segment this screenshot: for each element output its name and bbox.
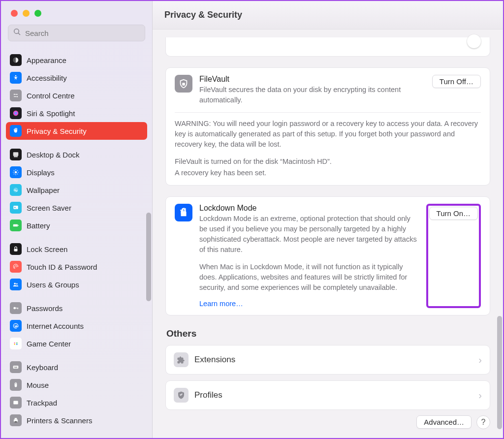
track-icon	[10, 397, 22, 408]
filevault-warning: WARNING: You will need your login passwo…	[175, 119, 481, 150]
sidebar-item-users-groups[interactable]: Users & Groups	[6, 276, 147, 293]
lockdown-title: Lockdown Mode	[199, 204, 419, 213]
svg-point-18	[13, 307, 16, 310]
mouse-icon	[10, 379, 22, 391]
svg-rect-33	[16, 383, 16, 384]
svg-rect-37	[15, 421, 17, 423]
sidebar-item-label: Siri & Spotlight	[27, 109, 75, 118]
search-field[interactable]	[8, 25, 145, 41]
toggle-knob[interactable]	[467, 34, 481, 48]
sidebar-item-appearance[interactable]: Appearance	[6, 51, 147, 69]
svg-rect-20	[18, 308, 18, 309]
sidebar-item-keyboard[interactable]: Keyboard	[6, 358, 147, 376]
sidebar-scrollbar[interactable]	[146, 213, 151, 301]
svg-rect-5	[14, 96, 16, 97]
svg-point-17	[16, 283, 18, 284]
sidebar-item-label: Passwords	[27, 304, 63, 313]
filevault-status1: FileVault is turned on for the disk “Mac…	[175, 157, 481, 167]
access-icon	[10, 72, 22, 84]
extensions-row[interactable]: Extensions ›	[165, 345, 490, 375]
sidebar-item-control-centre[interactable]: Control Centre	[6, 87, 147, 104]
sidebar-item-label: Printers & Scanners	[27, 416, 92, 425]
help-button[interactable]: ?	[476, 415, 490, 429]
page-title: Privacy & Security	[164, 10, 242, 20]
dock-icon	[10, 149, 22, 160]
sidebar-item-label: Game Center	[27, 340, 71, 348]
key-icon	[10, 302, 22, 314]
lockdown-turn-on-button[interactable]: Turn On…	[429, 207, 478, 220]
appearance-icon	[10, 54, 22, 66]
svg-point-24	[14, 344, 15, 345]
window-controls	[1, 1, 152, 17]
lockdown-desc1: Lockdown Mode is an extreme, optional pr…	[199, 214, 419, 255]
main-body: FileVault FileVault secures the data on …	[153, 30, 503, 438]
svg-point-16	[14, 283, 16, 285]
search-icon	[13, 28, 21, 38]
sidebar-item-screen-saver[interactable]: Screen Saver	[6, 199, 147, 217]
sidebar-item-label: Accessibility	[27, 74, 67, 82]
sidebar-item-accessibility[interactable]: Accessibility	[6, 69, 147, 87]
close-window-button[interactable]	[11, 10, 18, 17]
svg-rect-27	[14, 367, 15, 367]
sidebar-item-label: Wallpaper	[27, 186, 60, 194]
sidebar-item-trackpad[interactable]: Trackpad	[6, 394, 147, 411]
svg-point-2	[14, 94, 15, 95]
filevault-turn-off-button[interactable]: Turn Off…	[432, 75, 481, 88]
saver-icon	[10, 202, 22, 214]
others-heading: Others	[166, 328, 489, 339]
sidebar-item-label: Appearance	[27, 56, 66, 64]
footer-buttons: Advanced… ?	[416, 415, 490, 429]
sidebar-item-label: Trackpad	[27, 399, 57, 407]
sidebar-item-label: Screen Saver	[27, 204, 71, 212]
sidebar-item-privacy-security[interactable]: Privacy & Security	[6, 122, 147, 140]
svg-rect-15	[14, 249, 18, 251]
sidebar-item-battery[interactable]: Battery	[6, 217, 147, 234]
sidebar-item-label: Keyboard	[27, 363, 58, 372]
extensions-label: Extensions	[194, 355, 472, 365]
filevault-card: FileVault FileVault secures the data on …	[165, 67, 490, 186]
display-icon	[10, 166, 22, 178]
sidebar-item-mouse[interactable]: Mouse	[6, 376, 147, 394]
chevron-right-icon: ›	[478, 390, 482, 401]
finger-icon	[10, 261, 22, 273]
main-header: Privacy & Security	[153, 1, 503, 30]
svg-rect-3	[15, 94, 18, 94]
sidebar-item-label: Privacy & Security	[27, 127, 87, 135]
svg-rect-8	[14, 157, 18, 157]
svg-rect-29	[16, 367, 16, 367]
lockdown-learn-more-link[interactable]: Learn more…	[199, 300, 243, 308]
kbd-icon	[10, 361, 22, 373]
sidebar-item-displays[interactable]: Displays	[6, 163, 147, 181]
chevron-right-icon: ›	[478, 354, 482, 366]
battery-icon	[10, 220, 22, 231]
lock-icon	[10, 243, 22, 255]
svg-rect-30	[17, 367, 17, 367]
svg-rect-38	[182, 83, 185, 86]
svg-point-25	[16, 344, 17, 345]
sidebar-item-label: Users & Groups	[27, 281, 79, 289]
profiles-icon	[174, 388, 189, 403]
main-scrollbar[interactable]	[497, 316, 502, 429]
sidebar-item-desktop-dock[interactable]: Desktop & Dock	[6, 146, 147, 163]
sidebar-item-touch-id-password[interactable]: Touch ID & Password	[6, 258, 147, 276]
lockdown-turn-on-highlight: Turn On…	[426, 204, 481, 308]
hand-icon	[10, 125, 22, 137]
svg-rect-26	[13, 366, 19, 369]
sidebar-item-internet-accounts[interactable]: Internet Accounts	[6, 317, 147, 335]
zoom-window-button[interactable]	[34, 10, 41, 17]
sidebar-item-wallpaper[interactable]: Wallpaper	[6, 181, 147, 199]
svg-point-9	[15, 171, 17, 174]
search-input[interactable]	[25, 29, 140, 37]
sidebar-item-passwords[interactable]: Passwords	[6, 299, 147, 317]
sidebar-item-game-center[interactable]: Game Center	[6, 335, 147, 352]
advanced-button[interactable]: Advanced…	[416, 415, 472, 429]
sidebar-item-lock-screen[interactable]: Lock Screen	[6, 240, 147, 258]
profiles-row[interactable]: Profiles ›	[165, 380, 490, 410]
svg-rect-7	[13, 152, 19, 156]
minimize-window-button[interactable]	[23, 10, 30, 17]
wall-icon	[10, 184, 22, 196]
sidebar-item-siri-spotlight[interactable]: Siri & Spotlight	[6, 104, 147, 122]
sidebar-item-label: Internet Accounts	[27, 322, 84, 330]
sidebar-item-label: Control Centre	[27, 92, 75, 100]
sidebar-item-printers-scanners[interactable]: Printers & Scanners	[6, 411, 147, 429]
